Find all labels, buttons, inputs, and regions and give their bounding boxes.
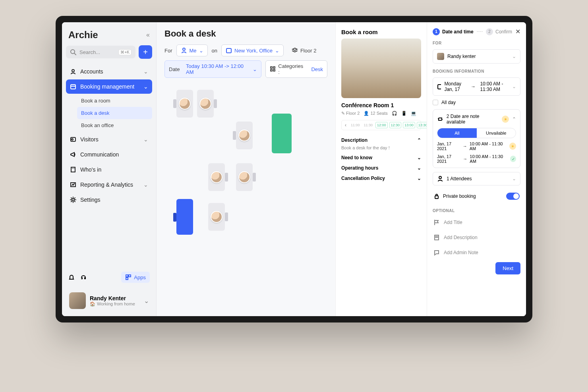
for-selector[interactable]: Randy kenter⌄ — [433, 49, 520, 64]
section-description[interactable]: Description⌃ — [341, 135, 421, 145]
desk-available[interactable] — [272, 114, 292, 153]
section-operating-hours[interactable]: Operating hours⌄ — [341, 163, 421, 173]
layers-icon — [292, 47, 298, 54]
sidebar: Archie « Search... ⌘+K + Accounts ⌄ Book… — [62, 22, 157, 316]
add-admin-note[interactable]: Add Admin Note — [433, 247, 520, 258]
date-time-field[interactable]: Monday Jan, 17 → 10:00 AM - 11:30 AM ⌄ — [433, 77, 520, 96]
section-cancellation[interactable]: Cancellation Policy⌄ — [341, 173, 421, 183]
nav-book-desk[interactable]: Book a desk — [77, 107, 152, 119]
add-button[interactable]: + — [139, 45, 152, 59]
nav: Accounts ⌄ Booking management ⌄ Book a r… — [66, 64, 152, 207]
svg-point-6 — [72, 139, 73, 140]
add-title[interactable]: Add Title — [433, 217, 520, 228]
chevron-down-icon: ⌄ — [143, 136, 148, 143]
all-day-checkbox[interactable]: All day — [433, 100, 520, 105]
svg-point-22 — [439, 176, 441, 179]
nav-booking-management[interactable]: Booking management ⌄ — [66, 79, 152, 94]
chevron-down-icon: ⌄ — [417, 155, 421, 160]
for-selector[interactable]: Me ⌄ — [176, 44, 208, 56]
svg-point-15 — [183, 48, 185, 50]
nav-whos-in[interactable]: Who's in — [66, 162, 152, 177]
amenity-screen-icon: 💻 — [411, 111, 416, 116]
user-icon — [437, 176, 443, 182]
slot-row: Jan, 17 2021 → 10:00 AM - 11:30 AM ☀ — [437, 141, 516, 151]
floor-selector[interactable]: Floor 2 — [288, 45, 320, 56]
date-filter[interactable]: Date Today 10:30 AM -> 12:00 AM ⌄ — [164, 60, 261, 78]
headset-icon[interactable] — [80, 274, 87, 280]
nav-communication[interactable]: Communication — [66, 147, 152, 162]
slot-row: Jan, 17 2021 → 10:00 AM - 11:30 AM ✓ — [437, 154, 516, 164]
private-toggle[interactable] — [506, 193, 520, 200]
bell-icon[interactable] — [68, 274, 75, 280]
room-name: Conférence Room 1 — [341, 102, 421, 108]
desk-handle — [214, 99, 217, 108]
svg-rect-12 — [126, 275, 128, 277]
step-2[interactable]: 2Confirm — [486, 28, 512, 35]
chevron-up-icon[interactable]: ⌃ — [512, 116, 516, 122]
calendar-icon — [226, 47, 232, 54]
for-label: For — [164, 48, 172, 54]
nav-book-office[interactable]: Book an office — [77, 119, 152, 131]
profile-card[interactable]: Randy Kenter 🏠 Working from home ⌄ — [66, 289, 152, 312]
avatar — [199, 98, 211, 110]
search-placeholder: Search... — [79, 49, 100, 55]
lock-icon — [433, 193, 440, 199]
optional-label: OPTIONAL — [433, 209, 520, 213]
time-slot[interactable]: 11:00 — [350, 122, 361, 128]
chevron-down-icon: ⌄ — [417, 176, 421, 181]
close-icon[interactable]: ✕ — [515, 28, 520, 35]
attendees-field[interactable]: 1 Attendees⌄ — [433, 172, 520, 185]
svg-rect-13 — [129, 275, 131, 277]
repeat-icon — [437, 116, 443, 122]
add-description[interactable]: Add Description — [433, 232, 520, 243]
amenity-headset-icon: 🎧 — [392, 111, 397, 116]
chevron-down-icon: ⌄ — [143, 182, 148, 188]
id-icon — [70, 136, 76, 143]
location-selector[interactable]: New York, Office ⌄ — [221, 44, 284, 56]
time-slot[interactable]: 13:30 — [417, 122, 427, 128]
booking-info-label: BOOKING INFORMATION — [433, 69, 520, 73]
time-slot[interactable]: 12:30 — [389, 122, 402, 128]
section-need-to-know[interactable]: Need to know⌄ — [341, 153, 421, 163]
availability-filter[interactable]: All Unvailable — [437, 128, 516, 138]
nav-visitors[interactable]: Visitors ⌄ — [66, 132, 152, 147]
chevron-up-icon: ⌃ — [417, 137, 421, 143]
private-toggle-row: Private booking — [433, 189, 520, 203]
time-slot[interactable]: 12:00 — [375, 122, 388, 128]
building-icon — [70, 166, 76, 173]
category-filter[interactable]: Categories : Desk — [265, 60, 327, 78]
time-slot-scroller[interactable]: ‹ 11:00 11:30 12:00 12:30 13:00 13:30 14… — [341, 120, 421, 130]
chevron-down-icon: ⌄ — [512, 84, 516, 89]
floor-plan[interactable] — [164, 86, 327, 310]
svg-rect-18 — [273, 67, 275, 68]
step-1[interactable]: 1Date and time — [433, 28, 474, 35]
check-icon: ✓ — [510, 156, 516, 162]
seg-all[interactable]: All — [437, 128, 477, 138]
warn-text: 2 Date are note available — [447, 114, 499, 125]
profile-name: Randy Kenter — [90, 295, 135, 301]
collapse-sidebar-icon[interactable]: « — [146, 31, 150, 39]
search-input[interactable]: Search... ⌘+K — [66, 46, 135, 58]
time-slot[interactable]: 11:30 — [363, 122, 374, 128]
user-icon — [70, 68, 76, 75]
nav-book-room[interactable]: Book a room — [77, 95, 152, 107]
chevron-down-icon: ⌄ — [143, 68, 148, 75]
filter-row: For Me ⌄ on New York, Office ⌄ Floor 2 — [164, 44, 327, 56]
seg-unavailable[interactable]: Unvailable — [477, 128, 516, 138]
svg-point-11 — [72, 199, 74, 201]
svg-rect-14 — [126, 278, 128, 280]
avatar — [211, 211, 222, 223]
nav-settings[interactable]: Settings — [66, 193, 152, 207]
main-content: Book a desk For Me ⌄ on New York, Office… — [157, 22, 335, 316]
nav-reporting[interactable]: Reporting & Analytics ⌄ — [66, 178, 152, 192]
desk-selected[interactable] — [176, 199, 193, 235]
svg-rect-3 — [71, 85, 75, 89]
time-slot[interactable]: 13:00 — [403, 122, 415, 128]
user-icon — [181, 47, 187, 54]
description-text: Book a desk for the day ! — [341, 145, 421, 153]
apps-button[interactable]: Apps — [121, 272, 150, 283]
desk-handle — [225, 212, 228, 221]
prev-time-icon[interactable]: ‹ — [343, 122, 348, 128]
nav-accounts[interactable]: Accounts ⌄ — [66, 64, 152, 79]
next-button[interactable]: Next — [495, 262, 520, 274]
